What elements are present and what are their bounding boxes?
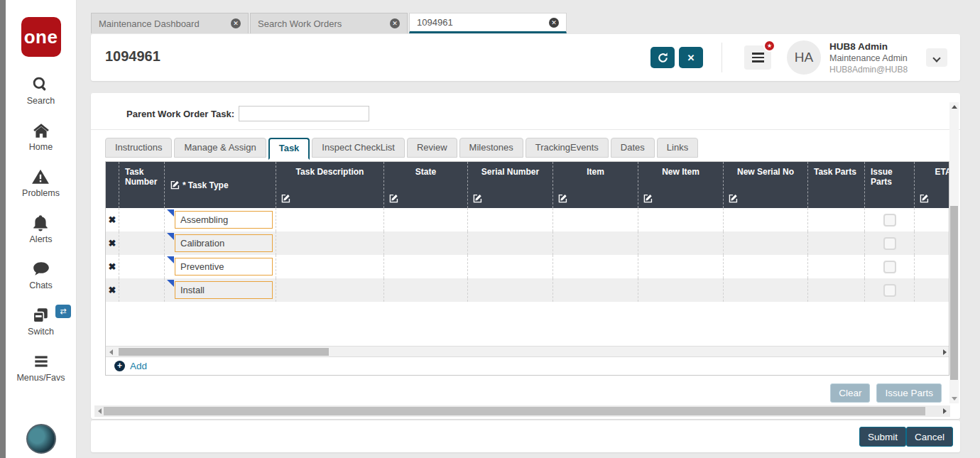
- one-logo[interactable]: one: [21, 17, 61, 57]
- issue-parts-button[interactable]: Issue Parts: [876, 383, 942, 403]
- left-edge-strip: [0, 0, 6, 458]
- sidebar-item-label: Switch: [28, 327, 54, 337]
- tab-search-work-orders[interactable]: Search Work Orders: [250, 13, 408, 33]
- grid-horizontal-scrollbar[interactable]: [106, 346, 949, 356]
- col-task-description: Task Description: [276, 162, 384, 208]
- close-workorder-button[interactable]: ✕: [679, 47, 703, 68]
- sidebar-item-switch[interactable]: ⇄ Switch: [28, 306, 54, 337]
- tab-task[interactable]: Task: [268, 138, 310, 160]
- col-new-serial-no: New Serial No: [724, 162, 808, 208]
- task-type-input[interactable]: [175, 281, 273, 299]
- warning-icon: [31, 168, 50, 186]
- scroll-right-icon[interactable]: [943, 408, 947, 414]
- col-task-number: Task Number: [119, 162, 165, 208]
- close-tab-icon[interactable]: [549, 18, 559, 28]
- task-type-input[interactable]: [175, 234, 273, 252]
- tab-trackingevents[interactable]: TrackingEvents: [526, 138, 609, 158]
- tab-milestones[interactable]: Milestones: [459, 138, 523, 158]
- delete-row-button[interactable]: [106, 231, 119, 255]
- table-row: [106, 278, 949, 302]
- plus-circle-icon: [114, 361, 125, 371]
- scrollbar-thumb[interactable]: [119, 348, 329, 356]
- edit-icon: [281, 194, 290, 203]
- page-header: 1094961 ✕ HA HUB8 Admin Maintenance Admi…: [91, 34, 960, 81]
- user-menu-button[interactable]: [926, 48, 947, 67]
- edit-icon: [558, 194, 567, 203]
- user-id: HUB8Admin@HUB8: [829, 65, 908, 75]
- tab-instructions[interactable]: Instructions: [105, 138, 172, 158]
- scroll-up-icon[interactable]: [952, 105, 957, 109]
- issue-parts-checkbox[interactable]: [883, 284, 896, 297]
- search-icon: [31, 75, 50, 94]
- notifications-menu-button[interactable]: [744, 45, 771, 70]
- col-eta: ETA: [915, 162, 949, 208]
- submit-button[interactable]: Submit: [859, 427, 906, 447]
- page-title: 1094961: [105, 48, 160, 65]
- col-item: Item: [553, 162, 638, 208]
- switch-icon: [31, 306, 50, 325]
- tab-review[interactable]: Review: [407, 138, 457, 158]
- tab-maintenance-dashboard[interactable]: Maintenance Dashboard: [91, 13, 249, 33]
- scroll-right-icon[interactable]: [943, 349, 947, 355]
- sidebar-item-home[interactable]: Home: [29, 121, 53, 152]
- user-name: HUB8 Admin: [829, 41, 908, 53]
- add-label: Add: [130, 361, 147, 371]
- workspace-tabs: Maintenance Dashboard Search Work Orders…: [91, 13, 568, 33]
- sidebar-item-search[interactable]: Search: [27, 75, 55, 106]
- tab-links[interactable]: Links: [657, 138, 698, 158]
- sidebar-item-problems[interactable]: Problems: [22, 168, 60, 198]
- issue-parts-checkbox[interactable]: [883, 237, 896, 250]
- divider: [91, 129, 960, 130]
- close-tab-icon[interactable]: [231, 18, 241, 28]
- bell-icon: [31, 214, 50, 232]
- sidebar-item-chats[interactable]: Chats: [29, 260, 53, 290]
- user-info: HUB8 Admin Maintenance Admin HUB8Admin@H…: [829, 41, 908, 75]
- sidebar-item-menus-favs[interactable]: Menus/Favs: [16, 352, 65, 383]
- section-tabs: Instructions Manage & Assign Task Inspec…: [105, 138, 698, 160]
- tab-1094961[interactable]: 1094961: [409, 13, 567, 33]
- refresh-button[interactable]: [650, 47, 675, 68]
- user-avatar[interactable]: HA: [787, 40, 821, 75]
- page-vertical-scrollbar[interactable]: [949, 102, 959, 403]
- tab-inspect-checklist[interactable]: Inspect CheckList: [312, 138, 405, 158]
- page-horizontal-scrollbar[interactable]: [94, 405, 950, 417]
- col-state: State: [384, 162, 468, 208]
- switch-badge-icon[interactable]: ⇄: [55, 305, 71, 318]
- parent-task-label: Parent Work Order Task:: [105, 109, 234, 119]
- issue-parts-checkbox[interactable]: [883, 214, 896, 227]
- task-grid: Task Number * Task Type Task Description…: [105, 161, 949, 376]
- edit-icon: [920, 194, 929, 203]
- cancel-button[interactable]: Cancel: [906, 427, 953, 447]
- grid-header-row: Task Number * Task Type Task Description…: [106, 162, 949, 208]
- scrollbar-thumb[interactable]: [950, 206, 958, 380]
- delete-row-button[interactable]: [106, 278, 119, 302]
- close-tab-icon[interactable]: [390, 18, 400, 28]
- parent-task-row: Parent Work Order Task:: [91, 106, 960, 123]
- scroll-left-icon[interactable]: [109, 349, 113, 355]
- clear-button[interactable]: Clear: [830, 383, 870, 403]
- scrollbar-thumb[interactable]: [104, 407, 925, 415]
- bottom-avatar[interactable]: [26, 424, 56, 454]
- modified-flag-icon: [167, 209, 174, 217]
- scroll-down-icon[interactable]: [952, 397, 957, 400]
- delete-row-button[interactable]: [106, 255, 119, 278]
- tab-manage-assign[interactable]: Manage & Assign: [174, 138, 266, 158]
- tab-dates[interactable]: Dates: [611, 138, 655, 158]
- sidebar-item-label: Menus/Favs: [16, 373, 65, 383]
- sidebar-item-label: Search: [27, 96, 55, 106]
- parent-task-input[interactable]: [239, 106, 369, 121]
- scroll-left-icon[interactable]: [98, 408, 102, 414]
- table-row: [106, 208, 949, 231]
- footer-actions: Submit Cancel: [91, 420, 960, 452]
- issue-parts-checkbox[interactable]: [883, 261, 896, 273]
- modified-flag-icon: [167, 256, 174, 263]
- add-row-button[interactable]: Add: [106, 356, 949, 375]
- hamburger-icon: [752, 53, 764, 55]
- task-type-input[interactable]: [175, 258, 273, 276]
- sidebar-item-alerts[interactable]: Alerts: [30, 214, 53, 244]
- delete-row-button[interactable]: [106, 208, 119, 231]
- sidebar-item-label: Alerts: [30, 234, 53, 244]
- task-type-input[interactable]: [175, 211, 273, 229]
- close-icon: ✕: [687, 53, 695, 63]
- modified-flag-icon: [167, 280, 174, 287]
